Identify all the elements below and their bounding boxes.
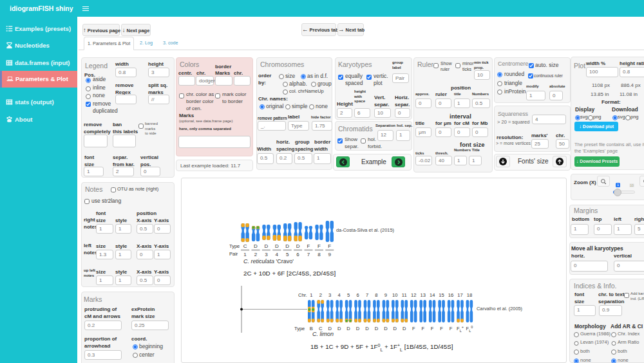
svg-text:C: C [243, 243, 247, 249]
svg-text:1: 1 [243, 252, 247, 257]
svg-text:8: 8 [317, 252, 321, 257]
svg-text:D: D [402, 326, 406, 331]
svg-text:9: 9 [384, 292, 387, 298]
svg-text:C. limon: C. limon [312, 331, 334, 337]
svg-text:D: D [254, 243, 258, 249]
svg-text:F: F [412, 326, 415, 331]
svg-text:2: 2 [319, 292, 322, 298]
svg-text:F: F [440, 326, 443, 331]
svg-text:C. reticulata 'Cravo': C. reticulata 'Cravo' [243, 258, 294, 265]
svg-text:9: 9 [328, 252, 332, 257]
svg-text:11: 11 [402, 292, 407, 298]
svg-text:17: 17 [457, 292, 462, 298]
svg-text:D: D [346, 326, 350, 331]
svg-text:4: 4 [276, 252, 279, 257]
svg-text:5: 5 [347, 292, 350, 298]
svg-text:6: 6 [356, 292, 359, 298]
svg-text:10: 10 [392, 292, 397, 298]
svg-text:D: D [296, 243, 300, 249]
svg-text:3: 3 [328, 292, 331, 298]
svg-text:F: F [450, 326, 453, 331]
svg-text:8: 8 [375, 292, 377, 298]
svg-text:18: 18 [467, 292, 472, 298]
svg-text:Pair: Pair [229, 251, 238, 257]
svg-text:D: D [275, 243, 279, 249]
svg-text:16: 16 [448, 292, 453, 298]
svg-text:2C + 10D + 6F [2C/45S, 2D/45S]: 2C + 10D + 6F [2C/45S, 2D/45S] [243, 270, 336, 277]
svg-text:15: 15 [439, 292, 444, 298]
svg-text:F: F [431, 326, 434, 331]
svg-text:F: F [328, 243, 331, 249]
svg-text:F: F [317, 243, 321, 249]
svg-text:da-Costa-Silva et al. (2015): da-Costa-Silva et al. (2015) [336, 227, 394, 233]
svg-text:12: 12 [411, 292, 416, 298]
svg-text:D: D [375, 326, 379, 331]
svg-text:6: 6 [296, 252, 299, 257]
svg-text:7: 7 [366, 292, 368, 298]
svg-text:D: D [384, 326, 388, 331]
svg-text:F: F [307, 243, 310, 249]
svg-text:FL0: FL0 [466, 325, 473, 333]
svg-text:Carvalho et al. (2005): Carvalho et al. (2005) [477, 306, 522, 312]
svg-text:3: 3 [265, 252, 268, 257]
svg-text:FL+: FL+ [457, 325, 464, 333]
svg-text:Chr.: Chr. [298, 292, 307, 298]
svg-text:D: D [365, 326, 369, 331]
svg-text:D: D [356, 326, 360, 331]
svg-text:1: 1 [310, 292, 312, 298]
svg-text:D: D [337, 326, 341, 331]
svg-text:7: 7 [307, 252, 310, 257]
svg-text:2: 2 [254, 252, 258, 257]
svg-text:D: D [285, 243, 289, 249]
svg-text:F: F [421, 326, 424, 331]
svg-text:D: D [393, 326, 397, 331]
svg-text:13: 13 [420, 292, 425, 298]
svg-text:1B + 1C + 9D + 5F + 1F0L + 1F+: 1B + 1C + 9D + 5F + 1F0L + 1F+L [1B/45S,… [310, 343, 453, 352]
svg-text:4: 4 [338, 292, 341, 298]
svg-text:D: D [265, 243, 269, 249]
svg-text:14: 14 [430, 292, 435, 298]
svg-text:Type: Type [294, 326, 305, 331]
svg-text:Type: Type [229, 243, 240, 249]
svg-text:5: 5 [286, 252, 289, 257]
